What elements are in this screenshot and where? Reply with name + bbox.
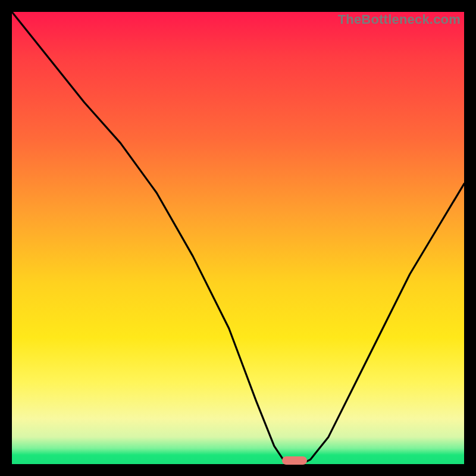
chart-frame: TheBottleneck.com xyxy=(0,0,476,476)
optimal-marker xyxy=(282,456,307,465)
chart-plot-area: TheBottleneck.com xyxy=(12,12,464,464)
watermark-text: TheBottleneck.com xyxy=(338,12,461,27)
bottleneck-curve xyxy=(12,12,464,464)
curve-path xyxy=(12,12,464,464)
